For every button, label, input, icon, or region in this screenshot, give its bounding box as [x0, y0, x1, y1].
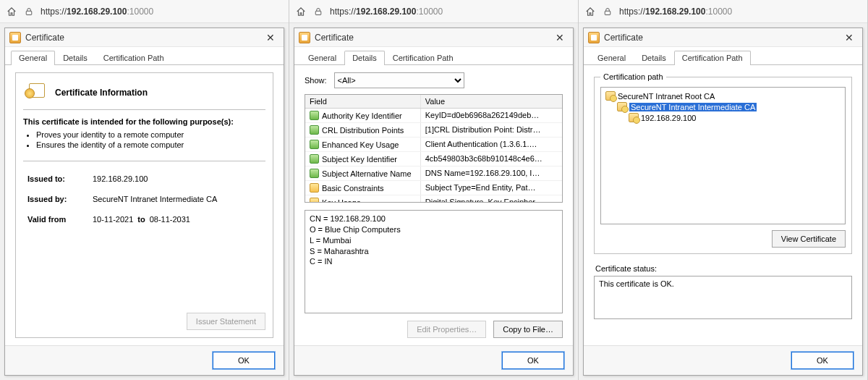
- tab-general[interactable]: General: [300, 51, 344, 65]
- certificate-dialog-details: Certificate ✕ General Details Certificat…: [294, 28, 574, 376]
- show-select[interactable]: <All>: [334, 72, 464, 88]
- tab-certification-path[interactable]: Certification Path: [674, 51, 751, 65]
- property-icon: [310, 198, 319, 203]
- table-row[interactable]: Key UsageDigital Signature, Key Encipher…: [305, 195, 562, 203]
- fields-table[interactable]: Field Value Authority Key IdentifierKeyI…: [305, 94, 563, 203]
- url-text[interactable]: https://192.168.29.100:10000: [619, 7, 861, 17]
- general-info-box: Certificate Information This certificate…: [15, 72, 273, 338]
- view-certificate-button[interactable]: View Certificate: [772, 230, 846, 248]
- copy-to-file-button[interactable]: Copy to File…: [493, 321, 563, 338]
- table-row[interactable]: Basic ConstraintsSubject Type=End Entity…: [305, 181, 562, 195]
- home-icon[interactable]: [6, 6, 17, 17]
- certificate-status-label: Certificate status:: [595, 264, 852, 273]
- field-name: CRL Distribution Points: [322, 126, 404, 135]
- cert-path-tree[interactable]: SecureNT Intranet Root CA SecureNT Intra…: [600, 87, 846, 224]
- property-icon: [310, 125, 319, 135]
- ok-button[interactable]: OK: [213, 352, 275, 369]
- certificate-node-icon: [617, 102, 627, 111]
- table-row[interactable]: Enhanced Key UsageClient Authentication …: [305, 138, 562, 152]
- purpose-item: Ensures the identity of a remote compute…: [36, 140, 265, 149]
- browser-address-bar: https://192.168.29.100:10000: [579, 0, 867, 23]
- table-row[interactable]: Authority Key IdentifierKeyID=d0eb6968a2…: [305, 109, 562, 123]
- dialog-title: Certificate: [604, 33, 841, 43]
- dialog-titlebar: Certificate ✕: [5, 28, 284, 47]
- purpose-item: Proves your identity to a remote compute…: [36, 130, 265, 139]
- property-icon: [310, 169, 319, 178]
- certification-path-legend: Certification path: [600, 72, 666, 81]
- field-name: Enhanced Key Usage: [322, 140, 399, 149]
- tab-strip: General Details Certification Path: [294, 47, 573, 65]
- browser-address-bar: https://192.168.29.100:10000: [289, 0, 578, 23]
- browser-address-bar: https://192.168.29.100:10000: [0, 0, 289, 23]
- tab-strip: General Details Certification Path: [584, 47, 862, 65]
- close-icon[interactable]: ✕: [551, 30, 569, 45]
- ok-button[interactable]: OK: [502, 352, 564, 369]
- certificate-node-icon: [605, 91, 616, 101]
- issuer-statement-button: Issuer Statement: [187, 313, 265, 330]
- home-icon[interactable]: [295, 6, 307, 17]
- field-value: KeyID=d0eb6968a262149deb…: [421, 109, 562, 122]
- close-icon[interactable]: ✕: [841, 30, 858, 45]
- issued-by-value: SecureNT Intranet Intermediate CA: [93, 195, 217, 203]
- lock-icon[interactable]: [23, 6, 35, 17]
- field-value: [1]CRL Distribution Point: Distr…: [421, 123, 562, 137]
- tab-general[interactable]: General: [11, 51, 55, 65]
- field-value: Client Authentication (1.3.6.1.…: [421, 138, 562, 151]
- svg-rect-1: [315, 11, 321, 14]
- table-row[interactable]: Subject Alternative NameDNS Name=192.168…: [305, 166, 562, 181]
- svg-rect-2: [605, 11, 610, 14]
- field-name: Subject Key Identifier: [322, 155, 397, 164]
- tree-node-root[interactable]: SecureNT Intranet Root CA: [604, 90, 842, 101]
- table-row[interactable]: Subject Key Identifier4cb549803b3c68b910…: [305, 152, 562, 166]
- issued-to-label: Issued to:: [27, 174, 93, 183]
- home-icon[interactable]: [584, 6, 596, 17]
- show-label: Show:: [305, 76, 327, 85]
- field-value-box[interactable]: CN = 192.168.29.100 O = Blue Chip Comput…: [305, 210, 563, 313]
- dialog-titlebar: Certificate ✕: [584, 28, 862, 47]
- tab-general[interactable]: General: [590, 51, 634, 65]
- tab-details[interactable]: Details: [634, 51, 674, 65]
- tree-node-leaf[interactable]: 192.168.29.100: [627, 112, 842, 123]
- column-header-field[interactable]: Field: [305, 95, 421, 108]
- valid-from-label: Valid from: [27, 215, 93, 224]
- table-row[interactable]: CRL Distribution Points[1]CRL Distributi…: [305, 123, 562, 138]
- dialog-title: Certificate: [315, 33, 551, 43]
- url-text[interactable]: https://192.168.29.100:10000: [330, 7, 572, 17]
- certification-path-fieldset: Certification path SecureNT Intranet Roo…: [594, 72, 852, 254]
- certificate-information-title: Certificate Information: [55, 88, 148, 98]
- lock-icon[interactable]: [602, 6, 613, 17]
- dialog-title: Certificate: [25, 33, 262, 43]
- field-name: Authority Key Identifier: [322, 111, 402, 120]
- issued-by-label: Issued by:: [27, 195, 93, 203]
- edit-properties-button: Edit Properties…: [407, 321, 486, 338]
- certificate-dialog-path: Certificate ✕ General Details Certificat…: [583, 28, 863, 376]
- certificate-icon: [588, 32, 600, 43]
- tab-certification-path[interactable]: Certification Path: [95, 51, 172, 65]
- certificate-node-icon: [629, 113, 639, 122]
- tab-details[interactable]: Details: [55, 51, 95, 65]
- column-header-value[interactable]: Value: [421, 95, 562, 108]
- certificate-ribbon-icon: [25, 83, 48, 102]
- dialog-titlebar: Certificate ✕: [294, 28, 573, 47]
- tree-node-intermediate[interactable]: SecureNT Intranet Intermediate CA: [616, 101, 842, 112]
- tab-details[interactable]: Details: [344, 51, 385, 65]
- certificate-icon: [299, 32, 310, 43]
- lock-icon[interactable]: [312, 6, 324, 17]
- tab-certification-path[interactable]: Certification Path: [385, 51, 461, 65]
- close-icon[interactable]: ✕: [262, 30, 279, 45]
- field-value: Digital Signature, Key Encipher…: [421, 195, 562, 203]
- field-name: Basic Constraints: [322, 184, 384, 193]
- issued-to-value: 192.168.29.100: [93, 174, 148, 183]
- property-icon: [310, 183, 319, 193]
- valid-to-value: 08-11-2031: [150, 215, 190, 224]
- field-value: 4cb549803b3c68b910148c4e6…: [421, 152, 562, 166]
- url-text[interactable]: https://192.168.29.100:10000: [41, 7, 283, 17]
- field-value: DNS Name=192.168.29.100, I…: [421, 166, 562, 180]
- certificate-icon: [9, 32, 21, 43]
- field-name: Key Usage: [322, 198, 361, 203]
- ok-button[interactable]: OK: [791, 352, 854, 369]
- valid-to-sep: to: [137, 215, 145, 224]
- field-value: Subject Type=End Entity, Pat…: [421, 181, 562, 195]
- svg-rect-0: [26, 11, 32, 14]
- property-icon: [310, 111, 319, 120]
